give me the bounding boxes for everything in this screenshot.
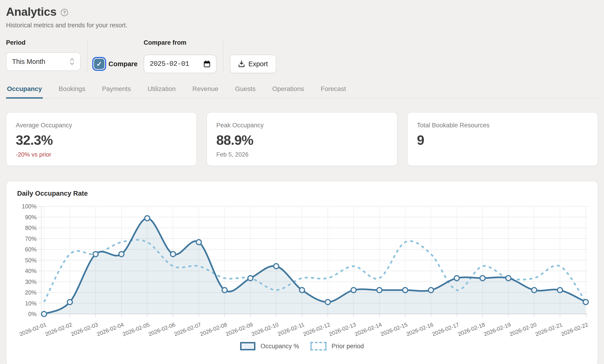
data-point-marker[interactable]: [325, 299, 330, 304]
occupancy-legend-label: Occupancy %: [261, 343, 299, 350]
data-point-marker[interactable]: [300, 288, 304, 293]
occupancy-legend-swatch: [240, 342, 255, 350]
x-tick-label: 2026-02-21: [534, 321, 563, 337]
x-tick-label: 2026-02-02: [44, 321, 73, 337]
compare-from-date-input[interactable]: 2025-02-01: [144, 55, 216, 73]
stat-label: Average Occupancy: [16, 122, 187, 129]
period-select-value: This Month: [12, 58, 45, 66]
tab-payments[interactable]: Payments: [101, 85, 132, 98]
occupancy-area: [44, 218, 586, 314]
download-icon: [238, 61, 245, 67]
tab-utilization[interactable]: Utilization: [147, 85, 176, 98]
calendar-icon: [203, 60, 211, 68]
stat-label: Total Bookable Resources: [417, 122, 588, 129]
x-tick-label: 2026-02-05: [122, 321, 151, 337]
stat-card-total-bookable-resources: Total Bookable Resources 9: [407, 112, 598, 166]
stat-cards-row: Average Occupancy 32.3% -20% vs prior Pe…: [6, 112, 598, 166]
chart-legend: Occupancy % Prior period: [13, 342, 591, 351]
stat-delta: -20% vs prior: [16, 151, 187, 158]
y-tick-label: 0%: [28, 311, 37, 317]
tab-bookings[interactable]: Bookings: [58, 85, 86, 98]
data-point-marker[interactable]: [557, 288, 563, 293]
stat-value: 9: [417, 132, 588, 148]
x-tick-label: 2026-02-04: [96, 321, 125, 337]
stat-date: Feb 5, 2026: [216, 151, 388, 158]
x-tick-label: 2026-02-16: [405, 321, 434, 337]
data-point-marker[interactable]: [145, 216, 150, 221]
stat-card-average-occupancy: Average Occupancy 32.3% -20% vs prior: [6, 112, 197, 166]
y-tick-label: 90%: [25, 214, 37, 220]
y-tick-label: 80%: [25, 225, 37, 231]
x-tick-label: 2026-02-18: [457, 321, 486, 337]
x-tick-label: 2026-02-14: [354, 321, 382, 337]
compare-from-date-value: 2025-02-01: [150, 60, 189, 68]
stat-value: 88.9%: [216, 132, 388, 148]
x-tick-label: 2026-02-01: [19, 321, 47, 337]
data-point-marker[interactable]: [428, 288, 434, 293]
help-icon[interactable]: ?: [61, 9, 68, 16]
export-button[interactable]: Export: [230, 55, 276, 73]
period-label: Period: [6, 39, 81, 46]
prior-period-legend-label: Prior period: [332, 343, 364, 350]
controls-toolbar: Period This Month Compare from ✓ Compare…: [6, 39, 598, 73]
data-point-marker[interactable]: [222, 288, 227, 293]
x-tick-label: 2026-02-06: [147, 321, 176, 337]
data-point-marker[interactable]: [454, 276, 459, 281]
data-point-marker[interactable]: [480, 276, 485, 281]
data-point-marker[interactable]: [119, 252, 124, 256]
data-point-marker[interactable]: [532, 288, 537, 293]
stat-card-peak-occupancy: Peak Occupancy 88.9% Feb 5, 2026: [206, 112, 397, 166]
stat-label: Peak Occupancy: [216, 122, 388, 129]
export-button-label: Export: [249, 60, 268, 68]
tab-revenue[interactable]: Revenue: [191, 85, 219, 98]
x-tick-label: 2026-02-19: [483, 321, 512, 337]
compare-checkbox[interactable]: ✓: [94, 59, 104, 69]
x-tick-label: 2026-02-10: [251, 321, 279, 337]
period-group: Period This Month: [6, 39, 81, 73]
y-tick-label: 70%: [25, 235, 37, 242]
tab-guests[interactable]: Guests: [234, 85, 257, 98]
x-tick-label: 2026-02-15: [380, 321, 408, 337]
y-tick-label: 60%: [25, 246, 37, 253]
data-point-marker[interactable]: [274, 264, 279, 269]
tab-bar: Occupancy Bookings Payments Utilization …: [6, 85, 598, 99]
data-point-marker[interactable]: [583, 299, 588, 304]
y-tick-label: 10%: [25, 300, 37, 307]
divider: [223, 40, 223, 73]
occupancy-chart-svg: 0%10%20%30%40%50%60%70%80%90%100%2026-02…: [13, 202, 596, 341]
tab-operations[interactable]: Operations: [271, 85, 305, 98]
data-point-marker[interactable]: [67, 299, 72, 304]
page-title: Analytics: [6, 5, 57, 19]
chart-title: Daily Occupancy Rate: [17, 190, 591, 197]
compare-checkbox-label: Compare: [108, 60, 138, 68]
data-point-marker[interactable]: [41, 311, 47, 316]
page-subtitle: Historical metrics and trends for your r…: [6, 22, 598, 29]
tab-forecast[interactable]: Forecast: [320, 85, 347, 98]
prior-period-legend-swatch: [310, 342, 327, 351]
y-tick-label: 40%: [25, 268, 37, 274]
data-point-marker[interactable]: [171, 252, 176, 256]
up-down-chevrons-icon: [70, 58, 75, 66]
data-point-marker[interactable]: [351, 288, 356, 293]
x-tick-label: 2026-02-22: [560, 321, 589, 337]
x-tick-label: 2026-02-03: [70, 321, 99, 337]
compare-from-label: Compare from: [144, 39, 216, 46]
tab-occupancy[interactable]: Occupancy: [6, 85, 43, 98]
data-point-marker[interactable]: [377, 288, 382, 293]
data-point-marker[interactable]: [93, 252, 98, 256]
y-tick-label: 100%: [22, 203, 37, 209]
y-tick-label: 50%: [25, 257, 37, 264]
data-point-marker[interactable]: [506, 276, 511, 281]
data-point-marker[interactable]: [248, 276, 253, 281]
x-tick-label: 2026-02-08: [199, 321, 228, 337]
x-tick-label: 2026-02-09: [225, 321, 253, 337]
x-tick-label: 2026-02-13: [328, 321, 357, 337]
page-header: Analytics ?: [6, 5, 598, 19]
data-point-marker[interactable]: [403, 288, 408, 293]
x-tick-label: 2026-02-20: [508, 321, 537, 337]
compare-checkbox-row: ✓ Compare: [94, 55, 138, 73]
data-point-marker[interactable]: [196, 240, 201, 245]
x-tick-label: 2026-02-17: [431, 321, 460, 337]
period-select[interactable]: This Month: [6, 52, 81, 71]
x-tick-label: 2026-02-12: [302, 321, 331, 337]
